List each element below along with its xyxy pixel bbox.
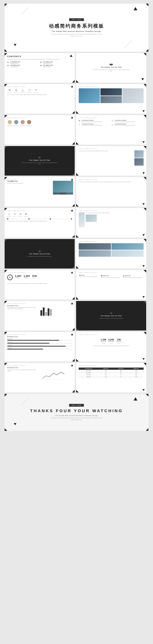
slide-heading-timeline: THE SIMPLE TEXT [7, 210, 72, 212]
tri-br [72, 80, 75, 82]
tl-icon-box-1: △ [7, 212, 11, 216]
tl-icon-3: ◎ Simple Text [18, 212, 22, 217]
tl-icon-2: ◻ Simple Text [13, 212, 17, 217]
td-1-2: 1.75 [98, 370, 113, 372]
pb-label-4: Simple Text [7, 347, 72, 348]
tri-br [72, 359, 75, 362]
slide-heading-photos: THE SIMPLE TEXT [79, 86, 144, 88]
contents-item-1: 01 THE SIMPLE TEXT Find your text here [7, 62, 39, 64]
tri-tr [144, 146, 146, 149]
dark-text-2: Once upon a time the colors of the world… [28, 256, 52, 257]
row-9: THE SIMPLE TEXT 55% Example 1,257 Exampl… [4, 270, 148, 300]
dark-title-3: The Simple Text Of That [101, 315, 122, 317]
deco-tri [142, 296, 145, 298]
bar-3 [45, 312, 47, 316]
pr-photo-1 [134, 150, 144, 158]
bar-label-2: B [44, 316, 44, 317]
avatar-1 [8, 120, 12, 124]
line-chart-svg [40, 370, 66, 380]
tri-bl [76, 266, 79, 268]
outro-date-badge: 2027—2028 [69, 404, 84, 407]
pb-fill-1 [7, 340, 59, 341]
feature-icon-1: ⊞ [79, 120, 81, 122]
row-3: THE SIMPLE TEXT ⊞ SIMPLE TEXT ◎ SIMPLE T… [4, 84, 148, 114]
slide-table: THE SIMPLE TEXT The Simple Text Simple T… [76, 363, 146, 392]
tri-bl [76, 204, 79, 206]
person-label-3: ADD THE TEXTTHE TEXT [20, 125, 26, 126]
tri-tr [144, 208, 146, 210]
deco-tri-bottom-left [14, 44, 16, 46]
icon-label-1: SIMPLE TEXT [7, 92, 12, 93]
dark-badge-1: 02 [38, 157, 41, 158]
r9-sub2: ◎ Simple Text [101, 274, 122, 277]
deco-tri [142, 203, 145, 205]
corner-tri-br [146, 428, 148, 431]
icon-item-3: △ SIMPLE TEXT [20, 88, 25, 93]
tri-tl [4, 115, 7, 118]
data-table: The Simple Text Simple Text Simple Text … [79, 368, 144, 378]
laptop-image [53, 181, 73, 194]
row-4: THE SIMPLE TEXT ADD THE TEXTTHE TEXT ADD… [4, 115, 148, 144]
tri-tr [144, 301, 146, 304]
slide-heading-barchart: THE SIMPLE TEXT [7, 303, 72, 304]
numbers-text: Lorem ipsum dolor sit amet consectetur a… [79, 346, 144, 347]
deco-tri [71, 334, 73, 335]
photo-4 [122, 88, 144, 103]
bridge-photo-4 [112, 250, 144, 257]
stats-text: Lorem ipsum dolor sit amet consectetur a… [7, 283, 72, 284]
dark-text-3: Once upon a time the colors of the world… [99, 318, 123, 319]
stat-num-4: 578 [32, 274, 36, 278]
icon-item-4: ⬡ SIMPLE TEXT [27, 88, 32, 93]
icon-box-2: ◎ [14, 88, 18, 92]
icon-item-1: ⊞ SIMPLE TEXT [7, 88, 12, 93]
deco-tri [142, 78, 144, 80]
slide-r1-title: The Simple Text Of That [101, 66, 122, 68]
pb-label-2: Simple Text [7, 341, 72, 342]
tri-bl [76, 142, 79, 144]
deco-tri [71, 116, 73, 118]
slide-heading-people: THE SIMPLE TEXT [7, 117, 72, 118]
icon-box-4: ⬡ [28, 88, 31, 92]
avatar-2 [14, 120, 18, 124]
tri-bl [76, 328, 79, 330]
td-2-1: The example [79, 372, 98, 374]
num-label-3: Example [118, 343, 120, 344]
hero-title-en: The Simple Max General Business Template… [52, 30, 101, 32]
tri-tl [4, 301, 7, 304]
outro-text: Once upon a time the colors of the world… [51, 417, 102, 421]
num-stat-3: 258 Example [116, 338, 122, 344]
tri-bl [76, 390, 79, 392]
pb-2: Simple Text [7, 341, 72, 344]
slide-phone: THE SIMPLE TEXT Once upon a time the col… [76, 208, 146, 238]
timeline-text: Lorem ipsum dolor sit amet consectetur a… [7, 220, 72, 222]
slide-simple-r6: THE SIMPLE TEXT Once upon a time the col… [76, 177, 146, 206]
pr-photo-2 [134, 158, 144, 166]
corner-tri-br [146, 49, 148, 52]
feature-icon-4: △ [112, 124, 114, 126]
corner-tri-bl [4, 49, 7, 52]
text-body-r6: Once upon a time the colors of the world… [79, 181, 144, 183]
td-3-3: $7 [113, 374, 128, 376]
tri-bl [76, 111, 79, 114]
num-val-1: 1,258 [101, 338, 106, 341]
tl-icon-4: ⊞ Simple Text [24, 212, 28, 217]
bridge-photo-1 [79, 243, 111, 250]
outro-deco-line [21, 398, 29, 405]
tri-br [72, 297, 75, 300]
timeline-bar [7, 218, 72, 220]
tri-br [72, 390, 75, 392]
tri-br [72, 328, 75, 330]
tri-tl [4, 53, 7, 56]
stat-4: 578 Example [32, 274, 36, 282]
deco-tri [71, 210, 73, 211]
icon-label-2: SIMPLE TEXT [14, 92, 18, 93]
td-2-3: $75 [113, 372, 128, 374]
bar-2 [43, 308, 44, 316]
tri-br [72, 111, 75, 114]
linechart-business: BUSINESS TEXT [7, 367, 72, 368]
slide-heading-pr: THE SIMPLE TEXT [79, 148, 144, 150]
corner-tri-tr [146, 4, 148, 6]
tri-tl [4, 208, 7, 210]
corner-tri-tr [146, 394, 148, 396]
feature-text-4: Lorem ipsum connectedLorem ipsum dolor s… [115, 124, 135, 126]
